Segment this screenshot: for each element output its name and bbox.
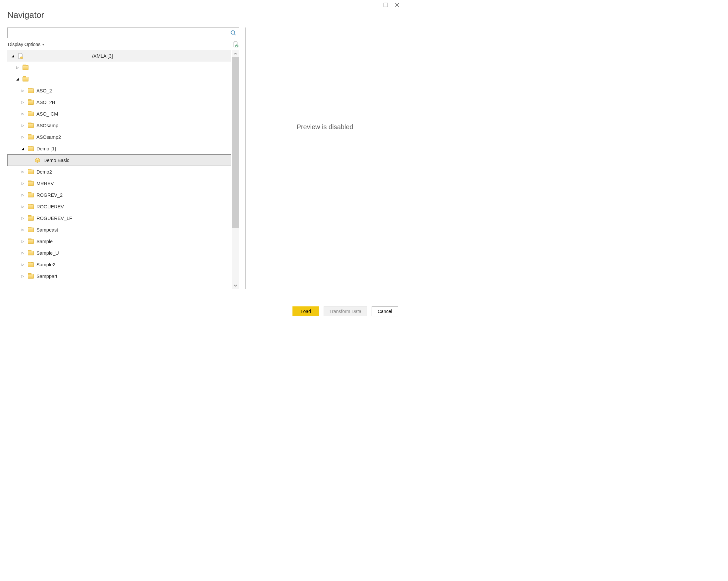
navigator-tree[interactable]: /XMLA [3] ASO_2ASO_2BASO_ICMASOsampASOsa… xyxy=(7,50,231,289)
tree-item-label: ASO_2 xyxy=(36,88,52,94)
folder-icon xyxy=(28,146,34,151)
chevron-down-icon: ▾ xyxy=(43,43,44,46)
expander-icon[interactable] xyxy=(21,100,25,104)
transform-data-button: Transform Data xyxy=(323,306,367,316)
expander-icon[interactable] xyxy=(21,205,25,208)
tree-item-label: Demo [1] xyxy=(36,146,56,151)
expander-icon[interactable] xyxy=(21,263,25,266)
expander-icon[interactable] xyxy=(21,239,25,243)
tree-item-label: ASO_2B xyxy=(36,100,55,105)
tree-item[interactable]: ROGREV_2 xyxy=(7,189,231,201)
tree-item[interactable]: Demo [1] xyxy=(7,143,231,154)
folder-icon xyxy=(28,89,34,93)
folder-icon xyxy=(28,135,34,140)
expander-icon[interactable] xyxy=(21,251,25,255)
tree-item-label: Demo.Basic xyxy=(43,158,69,163)
expander-icon[interactable] xyxy=(15,77,20,81)
maximize-icon[interactable] xyxy=(384,3,388,7)
preview-message: Preview is disabled xyxy=(296,123,353,131)
preview-pane: Preview is disabled xyxy=(252,27,398,289)
database-icon xyxy=(18,53,23,59)
tree-item[interactable]: ASOsamp2 xyxy=(7,131,231,143)
tree-item-label: ASOsamp xyxy=(36,123,58,128)
expander-icon[interactable] xyxy=(21,124,25,127)
folder-icon xyxy=(28,181,34,186)
folder-icon xyxy=(28,228,34,232)
tree-item[interactable]: Samppart xyxy=(7,270,231,282)
tree-item-label: Samppart xyxy=(36,274,57,279)
tree-item-label: ROGUEREV_LF xyxy=(36,216,72,221)
load-button[interactable]: Load xyxy=(292,306,319,316)
expander-icon[interactable] xyxy=(21,147,25,150)
tree-item[interactable]: ASO_2B xyxy=(7,96,231,108)
folder-icon xyxy=(28,251,34,255)
folder-icon xyxy=(23,77,28,81)
scrollbar[interactable] xyxy=(232,50,239,289)
expander-icon[interactable] xyxy=(15,66,20,69)
expander-icon[interactable] xyxy=(21,135,25,139)
tree-item[interactable]: Sample_U xyxy=(7,247,231,259)
expander-icon[interactable] xyxy=(21,228,25,231)
tree-item-label: Sample2 xyxy=(36,262,55,267)
folder-icon xyxy=(28,193,34,197)
scroll-up-button[interactable] xyxy=(232,50,239,57)
tree-item[interactable] xyxy=(7,73,231,85)
folder-icon xyxy=(28,100,34,105)
tree-item[interactable]: ASO_2 xyxy=(7,85,231,96)
folder-icon xyxy=(23,65,28,70)
tree-item-label: Sample_U xyxy=(36,250,59,256)
display-options-dropdown[interactable]: Display Options ▾ xyxy=(8,42,44,47)
folder-icon xyxy=(28,239,34,244)
close-icon[interactable] xyxy=(395,3,399,7)
folder-icon xyxy=(28,111,34,116)
expander-icon[interactable] xyxy=(21,193,25,197)
search-input[interactable] xyxy=(10,30,230,35)
tree-item-label: Demo2 xyxy=(36,169,52,175)
tree-item-label: MRREV xyxy=(36,181,54,186)
refresh-icon[interactable] xyxy=(233,42,238,47)
tree-item[interactable]: Demo.Basic xyxy=(7,154,231,166)
folder-icon xyxy=(28,274,34,279)
tree-item-label: ROGREV_2 xyxy=(36,193,62,198)
expander-icon[interactable] xyxy=(21,274,25,278)
folder-icon xyxy=(28,123,34,128)
folder-icon xyxy=(28,204,34,209)
tree-item[interactable]: Demo2 xyxy=(7,166,231,178)
tree-item-label: ASO_ICM xyxy=(36,111,58,117)
expander-icon[interactable] xyxy=(21,89,25,93)
cancel-button[interactable]: Cancel xyxy=(372,306,398,316)
tree-item-label: Sample xyxy=(36,239,53,244)
display-options-label: Display Options xyxy=(8,42,41,47)
expander-icon[interactable] xyxy=(21,170,25,174)
svg-point-1 xyxy=(231,31,235,34)
tree-root[interactable]: /XMLA [3] xyxy=(7,50,231,61)
expander-icon[interactable] xyxy=(21,112,25,116)
folder-icon xyxy=(28,262,34,267)
tree-item[interactable]: ROGUEREV xyxy=(7,201,231,212)
tree-root-label: /XMLA [3] xyxy=(92,53,113,59)
tree-item-label: Sampeast xyxy=(36,227,58,232)
pane-divider xyxy=(245,27,246,289)
tree-item[interactable]: ROGUEREV_LF xyxy=(7,212,231,224)
tree-item[interactable]: Sample xyxy=(7,235,231,247)
folder-icon xyxy=(28,170,34,174)
tree-item[interactable] xyxy=(7,61,231,73)
tree-item[interactable]: ASOsamp xyxy=(7,120,231,131)
tree-item-label: ROGUEREV xyxy=(36,204,64,209)
cube-icon xyxy=(35,158,40,163)
expander-icon[interactable] xyxy=(21,216,25,220)
scroll-thumb[interactable] xyxy=(232,57,239,228)
svg-rect-0 xyxy=(384,3,388,7)
search-box[interactable] xyxy=(7,27,239,38)
expander-icon[interactable] xyxy=(10,54,15,58)
tree-item[interactable]: Sampeast xyxy=(7,224,231,235)
tree-item-label: ASOsamp2 xyxy=(36,134,61,140)
dialog-title: Navigator xyxy=(0,7,406,27)
tree-item[interactable]: Sample2 xyxy=(7,259,231,270)
tree-item[interactable]: MRREV xyxy=(7,178,231,189)
search-icon[interactable] xyxy=(230,30,236,36)
scroll-down-button[interactable] xyxy=(232,282,239,289)
folder-icon xyxy=(28,216,34,221)
tree-item[interactable]: ASO_ICM xyxy=(7,108,231,120)
expander-icon[interactable] xyxy=(21,181,25,185)
